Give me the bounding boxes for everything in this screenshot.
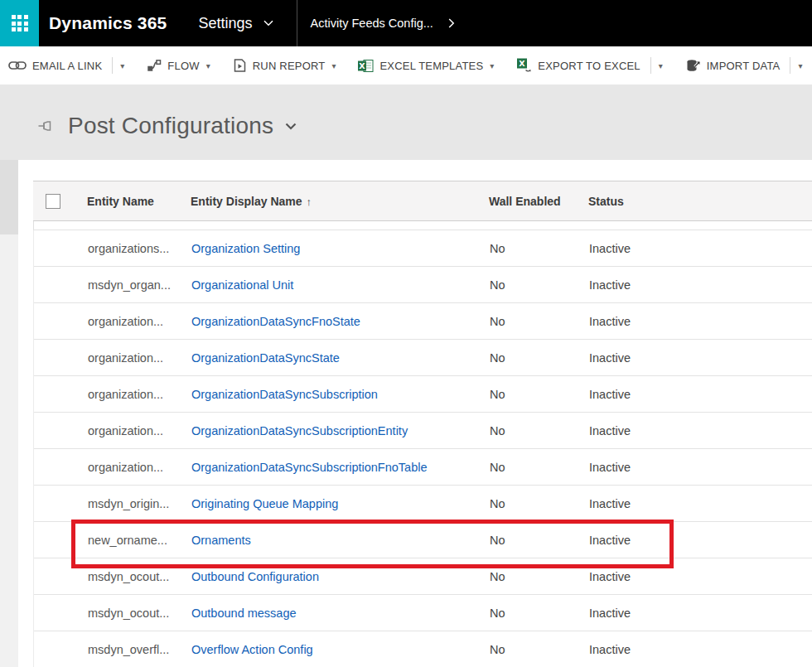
entity-display-name-link[interactable]: OrganizationDataSyncFnoState xyxy=(191,315,360,328)
table-row[interactable]: new_orname... Ornaments No Inactive xyxy=(34,522,812,558)
flow-icon xyxy=(147,58,162,73)
command-bar: EMAIL A LINK ▾ FLOW ▾ RUN RE xyxy=(0,46,812,85)
entity-name-cell: msdyn_organ... xyxy=(88,278,171,292)
dropdown-caret-icon[interactable]: ▾ xyxy=(120,61,124,70)
status-cell: Inactive xyxy=(589,242,631,255)
wall-enabled-cell: No xyxy=(490,315,505,328)
table-row[interactable]: organization... OrganizationDataSyncSubs… xyxy=(34,449,812,486)
column-header-wall-enabled[interactable]: Wall Enabled xyxy=(489,195,561,208)
status-cell: Inactive xyxy=(589,424,631,437)
entity-display-name-link[interactable]: Ornaments xyxy=(191,534,251,547)
export-excel-icon: X xyxy=(516,58,532,73)
command-split-divider xyxy=(112,57,113,74)
entity-display-name-link[interactable]: Overflow Action Config xyxy=(191,643,313,656)
wall-enabled-cell: No xyxy=(490,607,505,620)
entity-name-cell: msdyn_ocout... xyxy=(88,607,169,620)
page-label: Activity Feeds Config... xyxy=(311,17,433,30)
table-row[interactable]: msdyn_organ... Organizational Unit No In… xyxy=(34,267,812,303)
run-report-button[interactable]: RUN REPORT ▾ xyxy=(233,58,336,73)
select-all-checkbox[interactable] xyxy=(46,194,60,209)
entity-name-cell: msdyn_overfl... xyxy=(88,643,169,656)
entity-display-name-link[interactable]: OrganizationDataSyncState xyxy=(191,351,340,365)
command-label: EXCEL TEMPLATES xyxy=(379,60,483,72)
wall-enabled-cell: No xyxy=(490,388,505,401)
column-header-status[interactable]: Status xyxy=(588,195,624,208)
breadcrumb-page[interactable]: Activity Feeds Config... xyxy=(311,17,455,30)
entity-grid: Entity Name Entity Display Name↑ Wall En… xyxy=(33,181,812,667)
table-row[interactable]: organization... OrganizationDataSyncSubs… xyxy=(34,413,812,449)
flow-button[interactable]: FLOW ▾ xyxy=(147,58,210,73)
status-cell: Inactive xyxy=(589,570,631,583)
entity-name-cell: organization... xyxy=(88,351,163,365)
dropdown-caret-icon[interactable]: ▾ xyxy=(331,61,336,70)
table-row[interactable]: msdyn_ocout... Outbound Configuration No… xyxy=(34,558,812,595)
dropdown-caret-icon[interactable]: ▾ xyxy=(659,61,663,70)
entity-display-name-link[interactable]: OrganizationDataSyncSubscriptionEntity xyxy=(191,424,408,437)
entity-name-cell: msdyn_origin... xyxy=(88,497,169,510)
chevron-down-icon xyxy=(263,20,273,27)
pushpin-icon[interactable] xyxy=(37,118,56,134)
chevron-down-icon[interactable] xyxy=(285,123,297,130)
entity-display-name-link[interactable]: OrganizationDataSyncSubscription xyxy=(191,388,378,401)
entity-name-cell: organizations... xyxy=(88,242,169,255)
area-label: Settings xyxy=(199,15,253,32)
excel-templates-icon: X xyxy=(358,59,374,73)
command-label: RUN REPORT xyxy=(253,60,326,72)
import-data-button[interactable]: IMPORT DATA ▾ xyxy=(685,57,803,74)
top-navigation-bar: Dynamics 365 Settings Activity Feeds Con… xyxy=(0,0,812,46)
command-split-divider xyxy=(650,57,651,74)
entity-display-name-link[interactable]: OrganizationDataSyncSubscriptionFnoTable xyxy=(191,461,428,474)
excel-templates-button[interactable]: X EXCEL TEMPLATES ▾ xyxy=(358,59,494,73)
entity-display-name-link[interactable]: Organizational Unit xyxy=(191,278,293,292)
command-split-divider xyxy=(790,57,790,74)
table-row[interactable]: organizations... Organization Setting No… xyxy=(34,230,812,267)
table-row[interactable]: msdyn_overfl... Overflow Action Config N… xyxy=(34,631,812,667)
svg-text:X: X xyxy=(520,59,526,68)
command-label: IMPORT DATA xyxy=(707,60,781,72)
command-label: EXPORT TO EXCEL xyxy=(538,60,640,72)
table-row[interactable]: organization... OrganizationDataSyncSubs… xyxy=(34,376,812,413)
status-cell: Inactive xyxy=(589,278,631,292)
status-cell: Inactive xyxy=(589,534,631,547)
table-row[interactable]: msdyn_ocout... Outbound message No Inact… xyxy=(34,595,812,631)
wall-enabled-cell: No xyxy=(490,424,505,437)
table-row[interactable]: organization... OrganizationDataSyncFnoS… xyxy=(34,303,812,340)
column-header-entity-name[interactable]: Entity Name xyxy=(87,195,154,208)
command-label: FLOW xyxy=(167,60,199,72)
command-label: EMAIL A LINK xyxy=(32,60,102,72)
status-cell: Inactive xyxy=(589,351,631,365)
left-scrollbar-thumb[interactable] xyxy=(0,160,18,234)
dropdown-caret-icon[interactable]: ▾ xyxy=(206,61,210,70)
entity-name-cell: organization... xyxy=(88,315,163,328)
grid-header-row: Entity Name Entity Display Name↑ Wall En… xyxy=(33,181,812,221)
table-row[interactable]: organization... OrganizationDataSyncStat… xyxy=(34,340,812,376)
app-launcher-button[interactable] xyxy=(0,0,39,46)
column-header-entity-display-name[interactable]: Entity Display Name xyxy=(191,195,302,208)
dropdown-caret-icon[interactable]: ▾ xyxy=(798,61,802,70)
brand-title[interactable]: Dynamics 365 xyxy=(49,13,167,33)
run-report-icon xyxy=(233,58,247,73)
left-scrollbar-track[interactable] xyxy=(0,160,18,667)
entity-display-name-link[interactable]: Organization Setting xyxy=(191,242,300,255)
email-a-link-button[interactable]: EMAIL A LINK ▾ xyxy=(8,57,124,74)
app-window: Dynamics 365 Settings Activity Feeds Con… xyxy=(0,0,812,667)
svg-text:X: X xyxy=(360,61,366,70)
entity-display-name-link[interactable]: Outbound message xyxy=(191,607,297,620)
dropdown-caret-icon[interactable]: ▾ xyxy=(490,61,494,70)
wall-enabled-cell: No xyxy=(490,351,505,365)
wall-enabled-cell: No xyxy=(490,497,505,510)
table-row[interactable]: msdyn_origin... Originating Queue Mappin… xyxy=(34,486,812,522)
topbar-divider xyxy=(297,0,297,46)
view-selector[interactable]: Post Configurations xyxy=(37,113,297,139)
entity-name-cell: msdyn_ocout... xyxy=(88,570,169,583)
status-cell: Inactive xyxy=(589,497,631,510)
entity-display-name-link[interactable]: Originating Queue Mapping xyxy=(191,497,338,510)
export-to-excel-button[interactable]: X EXPORT TO EXCEL ▾ xyxy=(516,57,662,74)
content-area: Entity Name Entity Display Name↑ Wall En… xyxy=(0,160,812,667)
view-title: Post Configurations xyxy=(68,113,273,139)
status-cell: Inactive xyxy=(589,315,631,328)
email-link-icon xyxy=(8,60,27,71)
entity-display-name-link[interactable]: Outbound Configuration xyxy=(191,570,319,583)
status-cell: Inactive xyxy=(589,643,631,656)
area-switcher-settings[interactable]: Settings xyxy=(199,15,273,32)
